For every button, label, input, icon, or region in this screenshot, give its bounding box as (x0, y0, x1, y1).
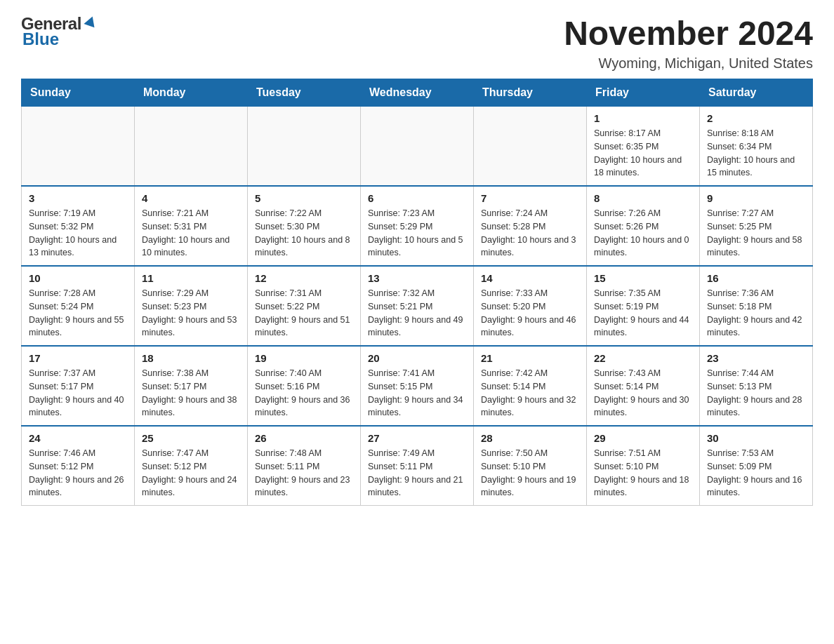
day-info: Sunrise: 8:18 AM Sunset: 6:34 PM Dayligh… (707, 127, 805, 180)
calendar-cell: 8Sunrise: 7:26 AM Sunset: 5:26 PM Daylig… (587, 186, 700, 266)
day-number: 6 (368, 192, 466, 204)
calendar-cell (22, 107, 135, 187)
day-info: Sunrise: 7:22 AM Sunset: 5:30 PM Dayligh… (255, 207, 353, 260)
day-number: 21 (481, 352, 579, 364)
title-section: November 2024 Wyoming, Michigan, United … (564, 14, 813, 72)
day-number: 20 (368, 352, 466, 364)
header-wednesday: Wednesday (361, 79, 474, 107)
week-row-5: 24Sunrise: 7:46 AM Sunset: 5:12 PM Dayli… (22, 426, 813, 506)
calendar-cell: 10Sunrise: 7:28 AM Sunset: 5:24 PM Dayli… (22, 266, 135, 346)
calendar-cell: 15Sunrise: 7:35 AM Sunset: 5:19 PM Dayli… (587, 266, 700, 346)
day-info: Sunrise: 7:36 AM Sunset: 5:18 PM Dayligh… (707, 287, 805, 340)
day-number: 24 (29, 432, 127, 444)
day-info: Sunrise: 7:42 AM Sunset: 5:14 PM Dayligh… (481, 367, 579, 420)
day-info: Sunrise: 7:38 AM Sunset: 5:17 PM Dayligh… (142, 367, 240, 420)
day-number: 30 (707, 432, 805, 444)
day-number: 19 (255, 352, 353, 364)
calendar-cell: 11Sunrise: 7:29 AM Sunset: 5:23 PM Dayli… (135, 266, 248, 346)
day-info: Sunrise: 7:53 AM Sunset: 5:09 PM Dayligh… (707, 447, 805, 499)
calendar-cell: 17Sunrise: 7:37 AM Sunset: 5:17 PM Dayli… (22, 346, 135, 426)
calendar-cell (248, 107, 361, 187)
day-info: Sunrise: 7:46 AM Sunset: 5:12 PM Dayligh… (29, 447, 127, 499)
day-info: Sunrise: 7:26 AM Sunset: 5:26 PM Dayligh… (594, 207, 692, 260)
day-info: Sunrise: 7:21 AM Sunset: 5:31 PM Dayligh… (142, 207, 240, 260)
calendar-cell: 19Sunrise: 7:40 AM Sunset: 5:16 PM Dayli… (248, 346, 361, 426)
day-info: Sunrise: 7:48 AM Sunset: 5:11 PM Dayligh… (255, 447, 353, 499)
calendar-cell (135, 107, 248, 187)
page-title: November 2024 (564, 14, 813, 53)
week-row-3: 10Sunrise: 7:28 AM Sunset: 5:24 PM Dayli… (22, 266, 813, 346)
calendar-cell: 27Sunrise: 7:49 AM Sunset: 5:11 PM Dayli… (361, 426, 474, 506)
day-number: 5 (255, 192, 353, 204)
logo-arrow-icon (84, 15, 98, 32)
calendar-cell: 29Sunrise: 7:51 AM Sunset: 5:10 PM Dayli… (587, 426, 700, 506)
day-number: 23 (707, 352, 805, 364)
calendar-header-row: Sunday Monday Tuesday Wednesday Thursday… (22, 79, 813, 107)
day-info: Sunrise: 7:35 AM Sunset: 5:19 PM Dayligh… (594, 287, 692, 340)
header-sunday: Sunday (22, 79, 135, 107)
day-info: Sunrise: 7:31 AM Sunset: 5:22 PM Dayligh… (255, 287, 353, 340)
day-number: 16 (707, 272, 805, 284)
day-info: Sunrise: 7:37 AM Sunset: 5:17 PM Dayligh… (29, 367, 127, 420)
day-info: Sunrise: 7:50 AM Sunset: 5:10 PM Dayligh… (481, 447, 579, 499)
calendar-cell: 30Sunrise: 7:53 AM Sunset: 5:09 PM Dayli… (700, 426, 813, 506)
calendar-cell: 24Sunrise: 7:46 AM Sunset: 5:12 PM Dayli… (22, 426, 135, 506)
day-number: 3 (29, 192, 127, 204)
day-number: 17 (29, 352, 127, 364)
day-number: 15 (594, 272, 692, 284)
calendar-cell: 12Sunrise: 7:31 AM Sunset: 5:22 PM Dayli… (248, 266, 361, 346)
day-info: Sunrise: 7:28 AM Sunset: 5:24 PM Dayligh… (29, 287, 127, 340)
day-info: Sunrise: 7:47 AM Sunset: 5:12 PM Dayligh… (142, 447, 240, 499)
logo: General Blue (21, 14, 98, 49)
day-number: 27 (368, 432, 466, 444)
day-number: 9 (707, 192, 805, 204)
header-monday: Monday (135, 79, 248, 107)
calendar-cell: 1Sunrise: 8:17 AM Sunset: 6:35 PM Daylig… (587, 107, 700, 187)
day-info: Sunrise: 7:43 AM Sunset: 5:14 PM Dayligh… (594, 367, 692, 420)
calendar-cell: 21Sunrise: 7:42 AM Sunset: 5:14 PM Dayli… (474, 346, 587, 426)
day-number: 10 (29, 272, 127, 284)
calendar-table: Sunday Monday Tuesday Wednesday Thursday… (21, 79, 813, 506)
day-info: Sunrise: 7:27 AM Sunset: 5:25 PM Dayligh… (707, 207, 805, 260)
day-number: 26 (255, 432, 353, 444)
day-number: 29 (594, 432, 692, 444)
calendar-cell: 2Sunrise: 8:18 AM Sunset: 6:34 PM Daylig… (700, 107, 813, 187)
calendar-cell: 28Sunrise: 7:50 AM Sunset: 5:10 PM Dayli… (474, 426, 587, 506)
day-number: 7 (481, 192, 579, 204)
calendar-cell: 22Sunrise: 7:43 AM Sunset: 5:14 PM Dayli… (587, 346, 700, 426)
calendar-cell: 23Sunrise: 7:44 AM Sunset: 5:13 PM Dayli… (700, 346, 813, 426)
day-number: 2 (707, 112, 805, 124)
calendar-cell: 13Sunrise: 7:32 AM Sunset: 5:21 PM Dayli… (361, 266, 474, 346)
page-header: General Blue November 2024 Wyoming, Mich… (21, 14, 813, 72)
day-info: Sunrise: 7:29 AM Sunset: 5:23 PM Dayligh… (142, 287, 240, 340)
header-thursday: Thursday (474, 79, 587, 107)
calendar-cell: 6Sunrise: 7:23 AM Sunset: 5:29 PM Daylig… (361, 186, 474, 266)
day-number: 12 (255, 272, 353, 284)
week-row-2: 3Sunrise: 7:19 AM Sunset: 5:32 PM Daylig… (22, 186, 813, 266)
day-info: Sunrise: 7:32 AM Sunset: 5:21 PM Dayligh… (368, 287, 466, 340)
day-info: Sunrise: 7:33 AM Sunset: 5:20 PM Dayligh… (481, 287, 579, 340)
day-info: Sunrise: 7:49 AM Sunset: 5:11 PM Dayligh… (368, 447, 466, 499)
day-info: Sunrise: 7:41 AM Sunset: 5:15 PM Dayligh… (368, 367, 466, 420)
calendar-cell: 14Sunrise: 7:33 AM Sunset: 5:20 PM Dayli… (474, 266, 587, 346)
header-tuesday: Tuesday (248, 79, 361, 107)
week-row-4: 17Sunrise: 7:37 AM Sunset: 5:17 PM Dayli… (22, 346, 813, 426)
day-number: 11 (142, 272, 240, 284)
day-info: Sunrise: 7:44 AM Sunset: 5:13 PM Dayligh… (707, 367, 805, 420)
day-number: 4 (142, 192, 240, 204)
day-info: Sunrise: 7:24 AM Sunset: 5:28 PM Dayligh… (481, 207, 579, 260)
calendar-cell: 9Sunrise: 7:27 AM Sunset: 5:25 PM Daylig… (700, 186, 813, 266)
calendar-cell: 20Sunrise: 7:41 AM Sunset: 5:15 PM Dayli… (361, 346, 474, 426)
day-number: 28 (481, 432, 579, 444)
day-info: Sunrise: 7:40 AM Sunset: 5:16 PM Dayligh… (255, 367, 353, 420)
calendar-cell: 5Sunrise: 7:22 AM Sunset: 5:30 PM Daylig… (248, 186, 361, 266)
calendar-cell: 25Sunrise: 7:47 AM Sunset: 5:12 PM Dayli… (135, 426, 248, 506)
day-number: 18 (142, 352, 240, 364)
day-number: 13 (368, 272, 466, 284)
day-info: Sunrise: 7:23 AM Sunset: 5:29 PM Dayligh… (368, 207, 466, 260)
day-number: 8 (594, 192, 692, 204)
calendar-cell: 7Sunrise: 7:24 AM Sunset: 5:28 PM Daylig… (474, 186, 587, 266)
header-saturday: Saturday (700, 79, 813, 107)
logo-blue-text: Blue (21, 29, 59, 49)
calendar-cell: 26Sunrise: 7:48 AM Sunset: 5:11 PM Dayli… (248, 426, 361, 506)
